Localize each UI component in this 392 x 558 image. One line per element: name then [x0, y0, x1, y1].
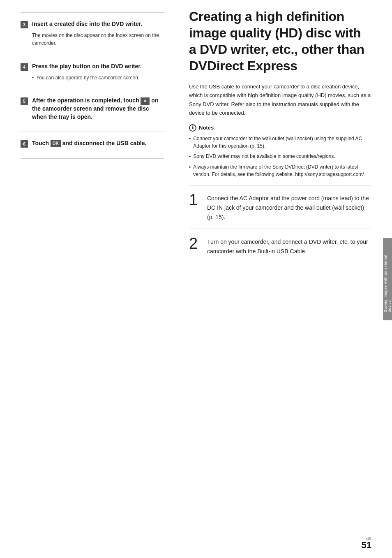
step-5-badge-x: ✕ — [141, 97, 150, 105]
step-3-body: The movies on the disc appear on the ind… — [32, 32, 164, 47]
step-5: 5 After the operation is completed, touc… — [21, 89, 164, 132]
large-step-1-inner: 1 Connect the AC Adaptor and the power c… — [189, 192, 371, 222]
step-6: 6 Touch OK and disconnect the USB cable. — [21, 132, 164, 159]
page-container: 3 Insert a created disc into the DVD wri… — [0, 0, 392, 558]
notes-icon: ℹ — [189, 124, 196, 132]
notes-header: ℹ Notes — [189, 124, 371, 132]
large-step-1-text: Connect the AC Adaptor and the power cor… — [207, 192, 371, 222]
step-4-bullet: You can also operate by the camcorder sc… — [32, 74, 164, 81]
large-step-1-number: 1 — [189, 192, 201, 208]
step-5-number: 5 — [21, 97, 28, 105]
step-4-title: Press the play button on the DVD writer. — [32, 63, 142, 71]
step-6-title: Touch OK and disconnect the USB cable. — [32, 139, 146, 148]
large-step-2-inner: 2 Turn on your camcorder, and connect a … — [189, 236, 371, 256]
step-6-title-before: Touch — [32, 140, 51, 146]
step-5-header: 5 After the operation is completed, touc… — [21, 97, 164, 121]
note-2: Sony DVD writer may not be available in … — [189, 153, 371, 161]
step-5-title-before: After the operation is completed, touch — [32, 97, 141, 104]
notes-label: Notes — [199, 125, 214, 131]
step-3-title: Insert a created disc into the DVD write… — [32, 20, 142, 28]
step-4: 4 Press the play button on the DVD write… — [21, 55, 164, 89]
large-step-2: 2 Turn on your camcorder, and connect a … — [189, 229, 371, 263]
left-column: 3 Insert a created disc into the DVD wri… — [0, 0, 177, 558]
large-step-1: 1 Connect the AC Adaptor and the power c… — [189, 185, 371, 229]
note-3: Always maintain the firmware of the Sony… — [189, 163, 371, 178]
large-step-2-text: Turn on your camcorder, and connect a DV… — [207, 236, 371, 256]
side-tab: Saving images with an external device — [383, 238, 392, 320]
step-5-title: After the operation is completed, touch … — [32, 97, 164, 121]
notes-section: ℹ Notes Connect your camcorder to the wa… — [189, 124, 371, 178]
step-3-number: 3 — [21, 21, 28, 28]
step-6-header: 6 Touch OK and disconnect the USB cable. — [21, 139, 164, 148]
step-3-header: 3 Insert a created disc into the DVD wri… — [21, 20, 164, 28]
note-1: Connect your camcorder to the wall outle… — [189, 135, 371, 150]
step-3: 3 Insert a created disc into the DVD wri… — [21, 12, 164, 55]
step-6-number: 6 — [21, 140, 28, 148]
step-6-badge-ok: OK — [51, 140, 61, 147]
right-column: Creating a high definition image quality… — [177, 0, 392, 558]
page-title: Creating a high definition image quality… — [189, 8, 371, 74]
step-4-number: 4 — [21, 63, 28, 71]
page-number: 51 — [362, 541, 371, 550]
intro-text: Use the USB cable to connect your camcor… — [189, 82, 371, 118]
large-step-2-number: 2 — [189, 236, 201, 251]
page-number-area: US 51 — [362, 537, 371, 550]
step-4-header: 4 Press the play button on the DVD write… — [21, 63, 164, 71]
step-6-title-after: and disconnect the USB cable. — [61, 140, 147, 146]
